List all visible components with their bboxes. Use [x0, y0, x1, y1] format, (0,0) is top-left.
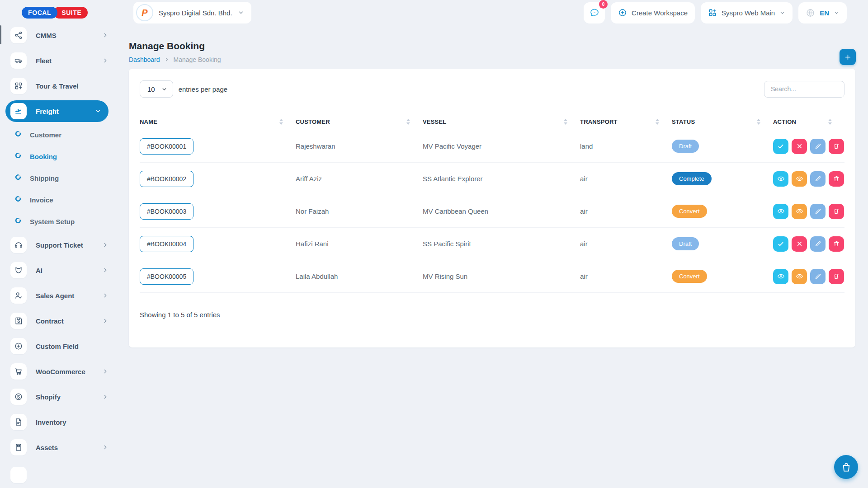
- create-workspace-button[interactable]: Create Workspace: [611, 2, 695, 23]
- breadcrumb-current: Manage Booking: [174, 56, 221, 63]
- delete-button[interactable]: [829, 204, 844, 219]
- sidebar-item-woocommerce[interactable]: WooCommerce: [0, 359, 116, 384]
- delete-button[interactable]: [829, 269, 844, 284]
- column-header-label: ACTION: [773, 118, 796, 125]
- cmms-icon: [10, 27, 27, 43]
- delete-button[interactable]: [829, 139, 844, 154]
- add-booking-button[interactable]: [840, 49, 856, 65]
- breadcrumb-dashboard-link[interactable]: Dashboard: [129, 56, 160, 63]
- booking-table: NAMECUSTOMERVESSELTRANSPORTSTATUSACTION …: [140, 113, 844, 293]
- status-badge: Draft: [672, 237, 699, 250]
- sidebar-scrollbar[interactable]: [0, 25, 1, 44]
- table-row: #BOOK00002Ariff AzizSS Atlantic Explorer…: [140, 163, 844, 195]
- edit-button[interactable]: [810, 204, 826, 219]
- sidebar-subitem-label: Booking: [30, 153, 57, 160]
- floating-cart-button[interactable]: [834, 455, 858, 479]
- edit-button[interactable]: [810, 236, 826, 252]
- action-buttons: [773, 171, 844, 187]
- approve-button[interactable]: [773, 236, 788, 252]
- sort-icon[interactable]: [656, 119, 659, 125]
- sidebar-subitem-shipping[interactable]: Shipping: [0, 167, 116, 189]
- sidebar-item-sales-agent[interactable]: Sales Agent: [0, 283, 116, 308]
- edit-button[interactable]: [810, 171, 826, 187]
- grid-plus-icon: [708, 8, 717, 17]
- partial-icon: [10, 467, 27, 483]
- chevron-right-icon: [102, 292, 108, 299]
- language-selector[interactable]: EN: [798, 2, 847, 23]
- view-button[interactable]: [773, 171, 788, 187]
- sort-icon[interactable]: [406, 119, 410, 125]
- booking-id-chip[interactable]: #BOOK00001: [140, 138, 193, 155]
- sidebar-item-partial[interactable]: [0, 460, 116, 485]
- sidebar-item-inventory[interactable]: Inventory: [0, 409, 116, 435]
- entries-per-page-select[interactable]: 10: [140, 80, 173, 98]
- preview-button[interactable]: [792, 171, 807, 187]
- entries-per-page-label: entries per page: [179, 85, 227, 93]
- booking-id-chip[interactable]: #BOOK00002: [140, 171, 193, 187]
- sidebar-subitem-booking[interactable]: Booking: [0, 145, 116, 167]
- reject-button[interactable]: [792, 139, 807, 154]
- sidebar-item-assets[interactable]: Assets: [0, 435, 116, 460]
- sidebar-item-label: CMMS: [36, 32, 102, 39]
- preview-button[interactable]: [792, 204, 807, 219]
- reject-button[interactable]: [792, 236, 807, 252]
- sidebar-item-cmms[interactable]: CMMS: [0, 25, 116, 48]
- sidebar-item-freight[interactable]: Freight: [5, 100, 108, 122]
- sidebar-subitem-invoice[interactable]: Invoice: [0, 189, 116, 211]
- chevron-right-icon: [102, 32, 108, 38]
- sidebar-item-shopify[interactable]: Shopify: [0, 384, 116, 409]
- edit-button[interactable]: [810, 139, 826, 154]
- plus-circle-icon: [10, 338, 27, 354]
- sort-icon[interactable]: [828, 119, 832, 125]
- view-button[interactable]: [773, 204, 788, 219]
- submenu-dot-icon: [15, 152, 21, 160]
- column-header-name[interactable]: NAME: [140, 118, 296, 125]
- sidebar-item-label: Contract: [36, 317, 102, 325]
- column-header-transport[interactable]: TRANSPORT: [580, 118, 672, 125]
- sidebar-subitem-label: Shipping: [30, 174, 59, 182]
- submenu-dot-icon: [15, 174, 21, 182]
- delete-button[interactable]: [829, 171, 844, 187]
- sort-icon[interactable]: [564, 119, 567, 125]
- sidebar-item-ai[interactable]: AI: [0, 258, 116, 283]
- chevron-right-icon: [102, 368, 108, 375]
- delete-button[interactable]: [829, 236, 844, 252]
- sidebar-item-contract[interactable]: Contract: [0, 308, 116, 333]
- sort-icon[interactable]: [279, 119, 283, 125]
- vessel-cell: MV Rising Sun: [423, 272, 580, 280]
- sort-icon[interactable]: [757, 119, 760, 125]
- column-header-status[interactable]: STATUS: [672, 118, 773, 125]
- view-button[interactable]: [773, 269, 788, 284]
- booking-id-chip[interactable]: #BOOK00005: [140, 268, 193, 285]
- submenu-dot-icon: [15, 196, 21, 204]
- column-header-action[interactable]: ACTION: [773, 118, 844, 125]
- table-controls: 10 entries per page: [140, 80, 844, 98]
- freight-icon: [10, 103, 27, 119]
- sidebar-item-fleet[interactable]: Fleet: [0, 48, 116, 73]
- transport-cell: air: [580, 175, 672, 183]
- chevron-right-icon: [102, 267, 108, 273]
- chat-button[interactable]: 0: [584, 2, 605, 23]
- edit-button[interactable]: [810, 269, 826, 284]
- chevron-down-icon: [834, 10, 840, 16]
- column-header-vessel[interactable]: VESSEL: [423, 118, 580, 125]
- sidebar-item-label: Shopify: [36, 393, 102, 401]
- shopping-bag-icon: [840, 461, 852, 473]
- sidebar-item-tour-travel[interactable]: Tour & Travel: [0, 73, 116, 99]
- approve-button[interactable]: [773, 139, 788, 154]
- table-row: #BOOK00001RajeshwaranMV Pacific Voyagerl…: [140, 130, 844, 163]
- sidebar-item-support-ticket[interactable]: Support Ticket: [0, 232, 116, 258]
- sidebar-item-custom-field[interactable]: Custom Field: [0, 333, 116, 359]
- sidebar-subitem-customer[interactable]: Customer: [0, 124, 116, 145]
- preview-button[interactable]: [792, 269, 807, 284]
- workspace-selector[interactable]: P Syspro Digital Sdn. Bhd.: [133, 2, 251, 23]
- submenu-dot-icon: [15, 131, 21, 139]
- column-header-customer[interactable]: CUSTOMER: [296, 118, 423, 125]
- shopify-s-icon: [10, 389, 27, 405]
- booking-id-chip[interactable]: #BOOK00003: [140, 203, 193, 220]
- chevron-right-icon: [102, 57, 108, 64]
- sidebar-subitem-system-setup[interactable]: System Setup: [0, 211, 116, 232]
- workspace-menu-button[interactable]: Syspro Web Main: [701, 2, 793, 23]
- search-input[interactable]: [764, 81, 844, 98]
- booking-id-chip[interactable]: #BOOK00004: [140, 236, 193, 252]
